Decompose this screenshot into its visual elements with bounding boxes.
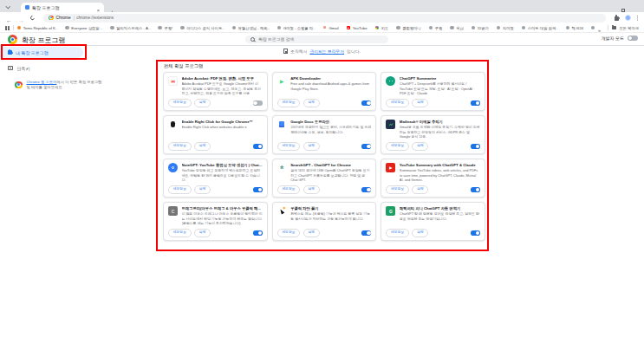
bookmark-favicon (17, 26, 22, 30)
card-text: Enable Right Click for Google Chrome™ En… (182, 120, 263, 130)
header-divider (0, 45, 644, 46)
bookmark-favicon (347, 26, 351, 30)
shortcuts-label: 단축키 (17, 66, 30, 71)
folder-icon (612, 26, 617, 29)
tab-search-chevron-icon[interactable] (6, 4, 10, 9)
remove-button[interactable]: 삭제 (303, 229, 320, 237)
sidebar-item-shortcuts[interactable]: 단축키 (0, 62, 147, 74)
card-actions: 세부정보 삭제 (386, 142, 480, 150)
bookmark-label: 아디다스 공식 사이트.. (186, 26, 224, 30)
chrome-logo-icon (8, 35, 17, 44)
bookmark-item[interactable]: Gmail (322, 26, 338, 30)
remove-button[interactable]: 삭제 (412, 185, 428, 193)
details-button[interactable]: 세부정보 (168, 185, 192, 193)
card-actions: 세부정보 삭제 (168, 142, 263, 150)
extension-toggle[interactable] (253, 144, 263, 149)
remove-button[interactable]: 삭제 (412, 99, 428, 107)
bookmark-item[interactable]: 쿠팡 (429, 26, 443, 30)
menu-dots-icon[interactable] (637, 16, 638, 16)
bookmark-item[interactable]: 알리익스프레스 - A.. (110, 26, 150, 30)
bookmark-favicon (180, 26, 185, 30)
remove-button[interactable]: 삭제 (194, 99, 211, 107)
bookmark-item[interactable]: 지도 (375, 26, 389, 30)
details-button[interactable]: 세부정보 (386, 99, 409, 107)
tab-title: 확장 프로그램 (32, 5, 94, 10)
active-tab[interactable]: 확장 프로그램 (21, 3, 104, 12)
remove-button[interactable]: 삭제 (303, 142, 320, 150)
details-button[interactable]: 세부정보 (277, 99, 301, 107)
card-top: 드래그프리(마우스 드래그 & 마우스 우클릭 해... 이 앱은 마우스 드래… (168, 206, 263, 225)
extension-description: Enable Right Click when websites disable… (182, 125, 263, 129)
bookmark-item[interactable]: Temu Republic of K.. (17, 26, 58, 30)
bookmark-item[interactable]: 체크24 (566, 26, 583, 30)
remove-button[interactable]: 삭제 (194, 142, 211, 150)
details-button[interactable]: 세부정보 (168, 142, 192, 150)
extensions-search-input[interactable]: 확장 프로그램 검색 (245, 36, 388, 44)
extension-card: YouTube Summary with ChatGPT & Claude Su… (381, 159, 485, 198)
extension-toggle[interactable] (361, 144, 371, 149)
address-bar[interactable]: Chrome chrome://extensions (43, 14, 606, 23)
details-button[interactable]: 세부정보 (277, 229, 301, 237)
extension-card: Mailtrack® 이메일 추적기 Gmail용 무료 무제한 이메일 추적기… (381, 115, 485, 154)
bookmark-item[interactable]: 옥션 (450, 26, 464, 30)
details-button[interactable]: 세부정보 (168, 99, 192, 107)
details-button[interactable]: 세부정보 (386, 185, 409, 193)
extension-toggle[interactable] (253, 100, 263, 106)
bookmark-item[interactable]: 클럽팡마니 (396, 26, 420, 30)
details-button[interactable]: 세부정보 (277, 142, 301, 150)
bookmark-favicon (277, 26, 282, 30)
card-actions: 세부정보 삭제 (168, 99, 263, 107)
bookmark-item[interactable]: 지마켓 (497, 26, 514, 30)
bookmark-label: 옥션 (456, 26, 464, 30)
refresh-icon[interactable] (29, 15, 36, 21)
search-placeholder: 확장 프로그램 검색 (258, 36, 294, 42)
details-button[interactable]: 세부정보 (168, 229, 192, 237)
extension-toggle[interactable] (253, 187, 263, 192)
remove-button[interactable]: 삭제 (194, 229, 211, 237)
extension-toggle[interactable] (361, 100, 371, 106)
developer-mode-toggle[interactable] (628, 36, 638, 41)
apps-grid-icon[interactable] (5, 26, 10, 30)
bookmark-item[interactable]: 스마트 대일 검색.. (522, 26, 558, 30)
bookmark-label: 지도 (381, 26, 389, 30)
card-actions: 세부정보 삭제 (386, 185, 480, 193)
webstore-link[interactable]: Chrome 웹 스토어 (27, 80, 57, 84)
bookmark-item[interactable]: 아디다스 공식 사이트.. (180, 26, 224, 30)
page-title: 확장 프로그램 (22, 36, 65, 45)
details-button[interactable]: 세부정보 (386, 142, 409, 150)
details-button[interactable]: 세부정보 (386, 229, 409, 237)
all-bookmarks-button[interactable]: 모든 북마크 (612, 26, 639, 30)
remove-button[interactable]: 삭제 (412, 142, 428, 150)
extension-card: Enable Right Click for Google Chrome™ En… (163, 115, 268, 154)
extension-toggle[interactable] (361, 187, 371, 192)
bookmarks-bar: Temu Republic of K.. Everyone 상점일 .. 알리익… (0, 23, 644, 33)
bookmark-item[interactable]: G마켓 - 쇼핑몰 차.. (277, 26, 315, 30)
remove-button[interactable]: 삭제 (303, 99, 320, 107)
card-text: NoteGPT: YouTube 동영상 요약 생성기 | Chat... Yo… (182, 163, 263, 182)
extension-toggle[interactable] (253, 230, 263, 236)
extension-toggle[interactable] (471, 144, 480, 149)
bookmark-item[interactable]: 쿠팡! (158, 26, 172, 30)
details-button[interactable]: 세부정보 (277, 185, 301, 193)
bookmark-item[interactable]: YouTube (347, 26, 368, 30)
bookmark-favicon (65, 26, 69, 30)
remove-button[interactable]: 삭제 (303, 185, 320, 193)
sidebar-item-my-extensions[interactable]: 내 확장 프로그램 (0, 47, 83, 58)
extension-toggle[interactable] (471, 100, 480, 106)
extension-icon (386, 206, 395, 216)
extension-description: ChatGPT 할 때 질문을 영어로 번역해 주고, 답변도 한글로 번역해 … (400, 211, 480, 220)
banner-prefix: 조직에서 (290, 49, 307, 54)
profile-avatar[interactable] (625, 15, 631, 21)
bookmarks-list: Temu Republic of K.. Everyone 상점일 .. 알리익… (17, 26, 595, 30)
bookmark-item[interactable]: 유틸선생님 - 해외.. (232, 26, 270, 30)
extension-toggle[interactable] (361, 230, 371, 236)
remove-button[interactable]: 삭제 (412, 229, 428, 237)
extension-toggle[interactable] (471, 187, 480, 192)
bookmark-item[interactable]: 인터파크도서 (591, 26, 595, 30)
bookmark-item[interactable]: 11번가 (472, 26, 489, 30)
bookmark-item[interactable]: Everyone 상점일 .. (65, 26, 102, 30)
managed-browser-link[interactable]: 관리되는 브라우저 (309, 49, 344, 54)
remove-button[interactable]: 삭제 (194, 185, 211, 193)
extensions-puzzle-icon[interactable] (615, 16, 619, 21)
extension-toggle[interactable] (471, 230, 480, 236)
